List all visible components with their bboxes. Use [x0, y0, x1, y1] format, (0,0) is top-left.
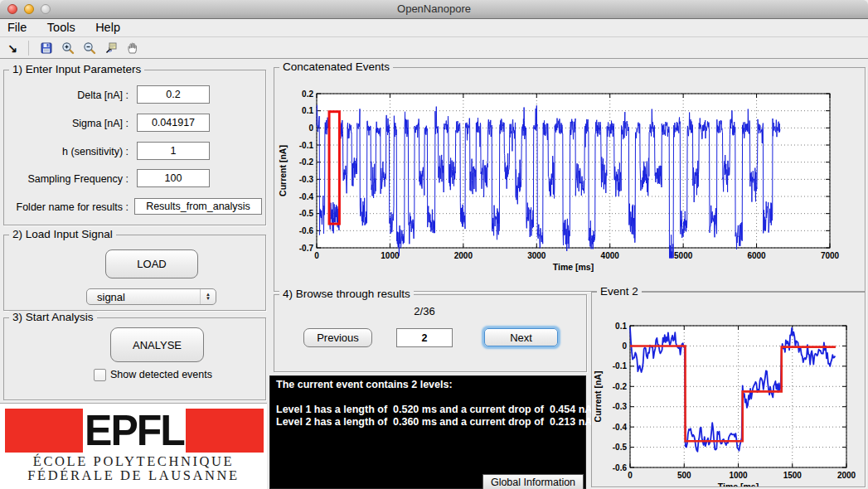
- svg-text:0.2: 0.2: [302, 90, 313, 99]
- epfl-red-bar-right: [186, 409, 264, 453]
- title-bar[interactable]: OpenNanopore: [0, 0, 868, 19]
- svg-text:2000: 2000: [454, 251, 473, 260]
- folder-name-field[interactable]: [134, 198, 262, 215]
- svg-text:2000: 2000: [837, 471, 856, 480]
- delta-field[interactable]: [137, 85, 210, 104]
- sigma-label: Sigma [nA] :: [4, 118, 129, 129]
- epfl-logo: EPFL ÉCOLE POLYTECHNIQUE FÉDÉRALE DE LAU…: [0, 403, 267, 489]
- svg-text:6000: 6000: [747, 251, 766, 260]
- window-title: OpenNanopore: [0, 2, 868, 15]
- pan-hand-icon: [126, 41, 139, 55]
- panel-input-parameters-title: 1) Enter Input Parameters: [9, 63, 144, 75]
- svg-text:-0.6: -0.6: [613, 463, 628, 472]
- panel-load-signal: 2) Load Input Signal LOAD signal ▲▼: [3, 235, 266, 311]
- select-arrows-icon: ▲▼: [200, 289, 216, 304]
- svg-text:-0.2: -0.2: [613, 382, 628, 391]
- svg-text:-0.4: -0.4: [613, 423, 628, 432]
- epfl-name-line2: FÉDÉRALE DE LAUSANNE: [0, 467, 267, 484]
- epfl-letters: EPFL: [83, 409, 186, 454]
- svg-text:-0.4: -0.4: [299, 192, 314, 201]
- opennanopore-window: OpenNanopore File Tools Help ↘ 1) Enter …: [0, 0, 868, 489]
- panel-event-2: Event 2 0.10-0.1-0.2-0.3-0.4-0.5-0.60500…: [591, 292, 866, 487]
- svg-text:-0.6: -0.6: [299, 226, 314, 235]
- menu-file[interactable]: File: [0, 19, 35, 34]
- epfl-logo-row: EPFL: [5, 409, 264, 453]
- load-button[interactable]: LOAD: [105, 249, 198, 278]
- sampling-frequency-field[interactable]: [137, 169, 210, 187]
- signal-select[interactable]: signal ▲▼: [86, 288, 216, 305]
- svg-text:3000: 3000: [527, 251, 546, 260]
- panel-start-analysis: 3) Start Analysis ANALYSE Show detected …: [3, 317, 266, 400]
- concatenated-events-chart[interactable]: 0.20.10-0.1-0.2-0.3-0.4-0.5-0.6-0.701000…: [274, 68, 865, 290]
- svg-text:0: 0: [628, 471, 633, 480]
- svg-text:-0.1: -0.1: [613, 361, 628, 370]
- panel-load-signal-title: 2) Load Input Signal: [9, 228, 116, 240]
- svg-text:7000: 7000: [821, 251, 840, 260]
- zoom-in-icon: [61, 41, 75, 55]
- epfl-red-bar-left: [5, 409, 83, 453]
- panel-browse-results: 4) Browse through results 2/36 Previous …: [274, 294, 587, 372]
- svg-text:1000: 1000: [729, 471, 748, 480]
- signal-select-value: signal: [87, 291, 200, 303]
- svg-text:-0.5: -0.5: [613, 443, 628, 452]
- menu-bar: File Tools Help: [0, 19, 868, 37]
- zoom-out-icon: [83, 41, 96, 55]
- svg-text:-0.2: -0.2: [299, 157, 314, 167]
- pan-button[interactable]: [124, 40, 142, 56]
- show-detected-events-checkbox[interactable]: [94, 369, 106, 381]
- event-counter: 2/36: [399, 305, 450, 317]
- zoom-out-button[interactable]: [80, 40, 99, 56]
- svg-text:-0.7: -0.7: [299, 244, 314, 253]
- menu-help[interactable]: Help: [87, 19, 129, 34]
- toolbar: ↘: [0, 37, 868, 59]
- panel-input-parameters: 1) Enter Input Parameters Delta [nA] : S…: [3, 70, 266, 225]
- zoom-in-button[interactable]: [59, 40, 77, 56]
- panel-start-analysis-title: 3) Start Analysis: [9, 311, 97, 323]
- svg-text:0.1: 0.1: [615, 322, 627, 331]
- svg-text:Time [ms]: Time [ms]: [718, 482, 759, 487]
- sigma-field[interactable]: [137, 114, 210, 132]
- panel-concatenated-events: Concatenated Events 0.20.10-0.1-0.2-0.3-…: [274, 67, 866, 292]
- delta-label: Delta [nA] :: [4, 90, 129, 101]
- save-button[interactable]: [37, 40, 56, 56]
- menu-tools[interactable]: Tools: [39, 19, 84, 34]
- save-icon: [40, 41, 53, 55]
- toolbar-separator: [28, 41, 29, 56]
- results-console: The current event contains 2 levels: Lev…: [269, 375, 586, 489]
- global-information-button[interactable]: Global Information: [482, 474, 584, 489]
- current-event-field[interactable]: [396, 328, 453, 347]
- previous-button[interactable]: Previous: [303, 328, 372, 347]
- data-cursor-button[interactable]: [102, 40, 120, 56]
- event-2-chart[interactable]: 0.10-0.1-0.2-0.3-0.4-0.5-0.6050010001500…: [592, 293, 865, 487]
- folder-name-label: Folder name for results :: [4, 201, 129, 213]
- svg-text:Time [ms]: Time [ms]: [553, 262, 594, 272]
- svg-text:1500: 1500: [783, 471, 803, 480]
- svg-text:Current [nA]: Current [nA]: [278, 145, 288, 196]
- svg-text:4000: 4000: [601, 251, 620, 260]
- svg-text:-0.1: -0.1: [299, 141, 314, 150]
- console-line-summary: The current event contains 2 levels:: [270, 379, 585, 391]
- svg-text:-0.3: -0.3: [613, 402, 628, 411]
- analyse-button[interactable]: ANALYSE: [110, 327, 204, 362]
- svg-text:-0.3: -0.3: [299, 175, 314, 184]
- svg-text:1000: 1000: [381, 251, 400, 260]
- svg-text:0: 0: [308, 123, 313, 133]
- console-line-level2: Level 2 has a length of 0.360 ms and a c…: [270, 416, 585, 428]
- sensitivity-label: h (sensitivity) :: [4, 146, 129, 157]
- svg-text:0: 0: [622, 341, 627, 351]
- console-line-level1: Level 1 has a length of 0.520 ms and a c…: [270, 404, 585, 416]
- pointer-icon: ↘: [7, 42, 17, 54]
- svg-text:5000: 5000: [674, 251, 693, 260]
- next-button[interactable]: Next: [484, 328, 558, 346]
- pointer-tool-button[interactable]: ↘: [3, 40, 22, 56]
- sampling-frequency-label: Sampling Frequency :: [4, 173, 129, 185]
- svg-text:Current [nA]: Current [nA]: [593, 371, 603, 423]
- svg-text:0.1: 0.1: [302, 106, 313, 115]
- data-cursor-icon: [104, 41, 118, 55]
- sensitivity-field[interactable]: [137, 142, 210, 160]
- show-detected-events-label: Show detected events: [110, 369, 212, 380]
- svg-text:0: 0: [314, 251, 319, 260]
- svg-text:-0.5: -0.5: [299, 209, 314, 218]
- panel-browse-results-title: 4) Browse through results: [279, 288, 414, 300]
- svg-text:500: 500: [677, 471, 691, 480]
